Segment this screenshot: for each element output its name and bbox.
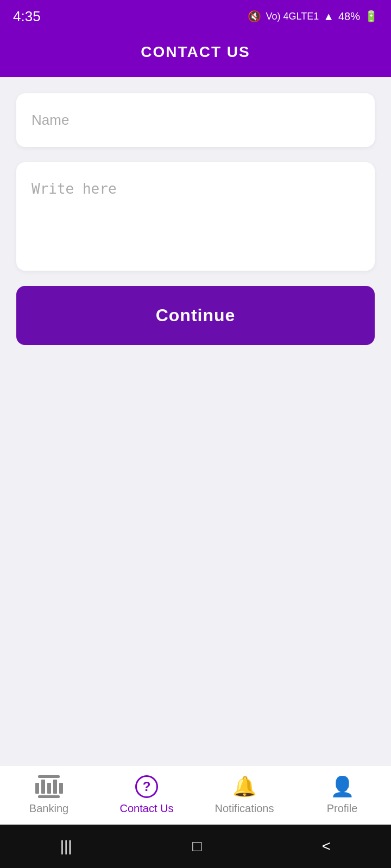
- continue-button[interactable]: Continue: [16, 286, 375, 345]
- network-icons: Vo) 4GLTE1: [266, 11, 319, 22]
- message-input[interactable]: [16, 162, 375, 271]
- nav-label-banking: Banking: [29, 802, 68, 815]
- nav-label-contact-us: Contact Us: [120, 802, 174, 815]
- battery-icon: 🔋: [364, 10, 378, 23]
- status-time: 4:35: [13, 8, 41, 25]
- name-input[interactable]: [16, 93, 375, 147]
- banking-icon: [35, 775, 63, 798]
- back-button[interactable]: <: [322, 838, 331, 855]
- nav-item-banking[interactable]: Banking: [0, 775, 98, 815]
- nav-label-profile: Profile: [327, 802, 358, 815]
- home-button[interactable]: □: [192, 838, 201, 855]
- nav-item-profile[interactable]: 👤 Profile: [293, 775, 391, 815]
- bottom-nav: Banking ? Contact Us 🔔 Notifications 👤 P…: [0, 765, 391, 825]
- battery-text: 48%: [338, 10, 360, 23]
- mute-icon: 🔇: [248, 10, 261, 23]
- contact-us-icon: ?: [135, 775, 158, 798]
- status-icons: 🔇 Vo) 4GLTE1 ▲ 48% 🔋: [248, 10, 378, 23]
- recent-apps-button[interactable]: |||: [60, 838, 72, 855]
- page-header: CONTACT US: [0, 33, 391, 77]
- status-bar: 4:35 🔇 Vo) 4GLTE1 ▲ 48% 🔋: [0, 0, 391, 33]
- main-content: Continue: [0, 77, 391, 345]
- system-nav-bar: ||| □ <: [0, 825, 391, 868]
- profile-icon: 👤: [330, 775, 355, 798]
- nav-item-notifications[interactable]: 🔔 Notifications: [195, 775, 293, 815]
- page-title: CONTACT US: [141, 43, 250, 60]
- nav-item-contact-us[interactable]: ? Contact Us: [98, 775, 195, 815]
- nav-label-notifications: Notifications: [215, 802, 274, 815]
- notifications-icon: 🔔: [232, 775, 257, 798]
- signal-icon: ▲: [323, 10, 334, 23]
